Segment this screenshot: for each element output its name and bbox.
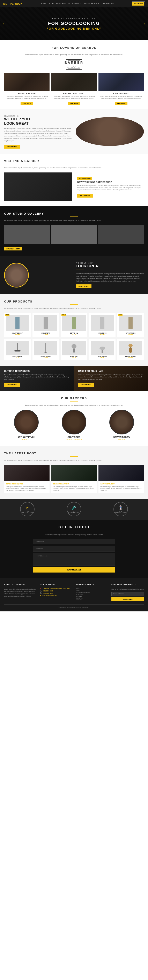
beard-treatment-btn[interactable]: VIEW MORE [68,102,80,105]
svg-rect-5 [73,348,75,353]
footer-fax[interactable]: 📠+90 24542 3434 [40,592,72,594]
barber-steven: Steven Brown BARBER [99,410,144,440]
razor-icon: 🪒 [71,505,76,510]
site-footer: ABOUT LT PEROOK Lorem ipsum dolor sit am… [0,578,148,611]
care-btn[interactable]: READ MORE [78,383,94,387]
product-badge-4: NEW [118,314,123,316]
product-badge-2: SALE [62,314,67,316]
nav-woocommerce[interactable]: WOOCOMMERCE [84,3,99,5]
products-subtitle: Barbershop offers stylish men's haircuts… [4,307,144,310]
gallery-item-1 [4,225,50,243]
haircuts-read-more-btn[interactable]: READ MORE [4,145,20,149]
product-tool-3: NAIL BRUSH $6.99 [89,339,116,360]
beard-shaving-image [4,73,49,91]
gallery-title: OUR STUDIO GALLERY [4,212,144,215]
product-tool-image-0 [6,341,29,355]
visiting-read-more-btn[interactable]: READ MORE [77,194,93,197]
product-image-4 [119,315,142,331]
product-name-4: WAX STRONG [119,332,142,334]
footer-about-text: Lorem ipsum dolor sit amet, consetetur s… [4,588,37,597]
barber-lenny-image [62,410,86,434]
barber-logo-line-bot [68,68,80,69]
contact-submit-btn[interactable]: SEND MESSAGE [33,567,115,573]
nav-blog[interactable]: BLOG [49,3,54,5]
beard-shaving-btn[interactable]: VIEW MORE [21,102,33,105]
hair-washing-btn[interactable]: VIEW MORE [115,102,127,105]
product-name-0: SHAMPOO BEST [6,332,29,334]
hero-section: ‹ CUTTING BEARDS WITH STYLE FOR GOODLOOK… [0,7,148,40]
footer-email[interactable]: ✉support@yourmail.com [40,595,72,597]
barber-lenny-role: SENIOR BARBER [52,438,96,440]
product-tool-1: SHAVE RAZOR $24.99 [32,339,59,360]
cutting-btn[interactable]: READ MORE [4,383,20,387]
footer-service-5[interactable]: CONTACT [76,598,108,600]
footer-service-1[interactable]: BLOG [76,590,108,592]
product-bottle-0 [16,317,19,329]
gallery-view-all-btn[interactable]: View all gallery [4,247,22,250]
haircuts-title-line1: WE HELP YOU [4,117,30,121]
footer-service-2[interactable]: BEARD TREATMENT [76,592,108,593]
svg-point-8 [129,344,132,347]
haircuts-title: WE HELP YOU LOOK GREAT [4,117,72,126]
product-tool-image-3 [91,341,114,355]
barber-logo-line-top [68,60,80,60]
svg-rect-1 [14,350,21,352]
nav-home[interactable]: HOME [41,3,46,5]
footer-subscribe-btn[interactable]: SUBSCRIBE [111,597,144,601]
svg-rect-9 [129,347,132,353]
svg-point-4 [72,344,76,348]
posts-grid: BEARD TECHNIQUES Lorem ipsum dolor sit a… [4,465,144,493]
nav-blog-layout[interactable]: BLOG LAYOUT [68,3,81,5]
contact-message-input[interactable] [33,553,115,566]
fax-icon: 📠 [40,592,42,594]
hero-title2: FOR GOODLOOKING MEN ONLY [47,27,101,30]
contact-email-input[interactable] [33,546,115,552]
svg-rect-0 [17,343,18,351]
hero-prev-arrow[interactable]: ‹ [2,22,4,26]
contact-name-input[interactable] [33,539,115,544]
footer-service-4[interactable]: GALLERY [76,596,108,598]
visiting-divider [70,164,78,164]
svg-rect-7 [102,350,103,353]
help-section: WE HELP YOU LOOK GREAT Barbershop offers… [0,256,148,294]
footer-service-3[interactable]: HAIR CUTS [76,594,108,596]
product-tool-name-4: BEARD BRUSH [119,355,142,357]
haircuts-body: Barbershop offers stylish men's haircuts… [4,127,72,142]
product-tool-name-1: SHAVE RAZOR [34,355,57,357]
help-label: WE HELP YOU [76,262,144,264]
phone-icon: 📞 [40,590,42,592]
product-bottle-3 [100,317,104,329]
barbers-subtitle: Barbershop offers stylish men's haircuts… [4,404,144,406]
footer-address[interactable]: 📍1 Bleecker Street, Somewhere, NY 000000 [40,588,72,590]
products-grid: NEW SHAMPOO BEST $14.99 HAIR CREAM $19.9… [4,313,144,337]
site-logo[interactable]: BLT PEROOK [3,2,22,5]
buy-now-button[interactable]: BUY NOW [132,2,145,6]
help-text: WE HELP YOU LOOK GREAT Barbershop offers… [76,262,144,288]
post-title-0: BEARD TECHNIQUES [6,483,48,485]
nav-contact[interactable]: CONTACT US [102,3,114,5]
product-bottle-4 [129,317,132,329]
care-for-hair: CARE FOR YOUR HAIR Hair is your starting… [74,366,148,391]
nav-features[interactable]: FEATURES [56,3,66,5]
cutting-title: CUTTING TECHNIQUES [4,370,70,372]
email-icon: ✉ [40,595,41,596]
product-image-1 [34,315,57,331]
footer-email-input[interactable] [111,592,144,596]
visiting-image [4,172,72,201]
help-body: Barbershop offers stylish men's haircuts… [76,272,144,282]
post-title-2: HAIR TREATMENT [100,483,142,485]
hero-title: FOR GOODLOOKING [47,21,101,26]
cutting-body: Did you know cutting is an art form? Bar… [4,374,70,380]
product-tool-0: RAZOR COMB $8.99 [4,339,31,360]
footer-service-0[interactable]: HOME [76,588,108,589]
visiting-inner: No.1 Barbershop New York's N1 Barbershop… [4,172,144,201]
help-read-more-btn[interactable]: READ MORE [76,285,91,288]
footer-phone-text: +90 23356 5233 [43,590,53,592]
hero-subtitle: CUTTING BEARDS WITH STYLE [47,18,101,19]
footer-phone[interactable]: 📞+90 23356 5233 [40,590,72,592]
haircuts-inner: HAIRCUTS WE HELP YOU LOOK GREAT Barbersh… [4,115,144,149]
haircuts-section: HAIRCUTS WE HELP YOU LOOK GREAT Barbersh… [0,109,148,154]
footer-community-title: JOIN OUR COMMUNITY [111,583,144,586]
products-section: OUR PRODUCTS Barbershop offers stylish m… [0,294,148,366]
hero-next-arrow[interactable]: › [144,22,146,26]
